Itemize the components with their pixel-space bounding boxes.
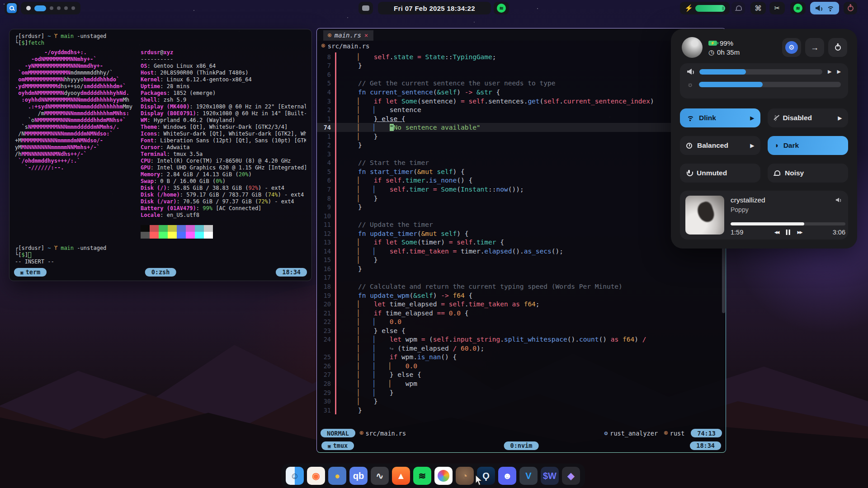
gentoo-ascii-logo: -/oyddmdhs+:. -odNMMMMMMMMNNmhy+-` -yNMM… bbox=[15, 49, 141, 219]
dock-app-vlc[interactable]: ▲ bbox=[392, 467, 410, 485]
dock-app-streetwriter[interactable]: $W bbox=[541, 467, 559, 485]
chevron-right-icon[interactable]: ▶ bbox=[750, 143, 754, 149]
code-line: 16 } bbox=[317, 264, 726, 273]
shell-prompt: ┌[srdusr] ~ ϒ main -unstaged bbox=[15, 33, 306, 40]
line-number: 5 bbox=[317, 80, 335, 87]
workspace-empty[interactable] bbox=[57, 6, 61, 10]
battery-indicator[interactable]: ⚡ bbox=[680, 2, 730, 14]
line-number: 6 bbox=[317, 177, 335, 184]
topbar: Fri 07 Feb 2025 18:34:22 ≋ ⚡ ⌘ ✂ ≋ bbox=[0, 0, 868, 16]
code-line: 20 ▏ let time_elapsed = self.time_taken … bbox=[317, 300, 726, 309]
shutdown-button[interactable] bbox=[828, 38, 847, 57]
tmux-session-pill[interactable]: ▣term bbox=[14, 268, 47, 277]
notification-bell-button[interactable] bbox=[731, 2, 745, 14]
next-track-button[interactable]: ▶▶ bbox=[797, 230, 802, 235]
dock-app-file-manager[interactable]: ☺ bbox=[286, 467, 304, 485]
line-number: 15 bbox=[317, 256, 335, 263]
toggle-unmuted[interactable]: Unmuted bbox=[680, 164, 760, 183]
workspace-empty[interactable] bbox=[64, 6, 68, 10]
scissors-icon: ✂ bbox=[774, 4, 780, 12]
dock-app-photos[interactable] bbox=[434, 467, 453, 485]
player-volume-icon[interactable] bbox=[836, 197, 841, 202]
line-number: 18 bbox=[317, 283, 335, 290]
mouse-cursor bbox=[475, 474, 483, 487]
tmux-statusbar: ▣term 0:zsh 18:34 bbox=[9, 266, 311, 278]
tab-title: main.rs bbox=[335, 32, 361, 39]
track-artist: Poppy bbox=[731, 206, 749, 213]
dock-app-qbittorrent[interactable]: qb bbox=[349, 467, 368, 485]
total-time: 3:06 bbox=[833, 229, 845, 236]
spotify-launcher-button[interactable]: ≋ bbox=[790, 2, 806, 14]
code-line: 4 fn current_sentence(&self) -> &str { bbox=[317, 88, 726, 97]
system-info-line: Disk (/home): 579.17 GiB / 783.77 GiB (7… bbox=[141, 192, 306, 198]
ascii-art-line: -/oyddmdhs+:. bbox=[15, 49, 141, 56]
toggle-label: Disabled bbox=[783, 114, 812, 122]
battery-status: ⚡ 99% bbox=[708, 39, 740, 47]
notifications-button[interactable] bbox=[359, 2, 373, 14]
spotify-tray-button[interactable]: ≋ bbox=[494, 2, 509, 14]
line-number: 20 bbox=[317, 300, 335, 308]
duck-icon: ● bbox=[335, 471, 340, 480]
toggle-balanced[interactable]: Balanced▶ bbox=[680, 136, 760, 155]
workspace-indicator[interactable] bbox=[21, 2, 80, 14]
dock-app-swirl-app[interactable]: ∿ bbox=[371, 467, 389, 485]
command-menu-button[interactable]: ⌘ bbox=[750, 2, 766, 14]
tab-close-icon[interactable]: × bbox=[364, 32, 368, 39]
chevron-right-icon[interactable]: ▶ bbox=[838, 115, 842, 121]
pause-button[interactable] bbox=[786, 230, 790, 235]
clock[interactable]: Fri 07 Feb 2025 18:34:22 bbox=[378, 2, 491, 14]
tmux-window-pill[interactable]: 0:zsh bbox=[145, 268, 176, 277]
workspace-empty[interactable] bbox=[50, 6, 53, 10]
dock-app-spotify[interactable]: ≋ bbox=[413, 467, 431, 485]
volume-output-chevron[interactable]: ▶ bbox=[828, 69, 831, 75]
gutter-bar bbox=[335, 70, 336, 79]
line-number: 3 bbox=[317, 150, 335, 158]
logout-button[interactable]: → bbox=[805, 38, 824, 57]
system-info-line: Swap: 0 B / 16.00 GiB (0%) bbox=[141, 178, 306, 185]
workspace-occupied[interactable] bbox=[26, 6, 31, 10]
dock-app-otter-app[interactable]: ◔ bbox=[456, 467, 474, 485]
toggle-disabled[interactable]: ᛒDisabled▶ bbox=[768, 108, 848, 127]
toggle-label: Balanced bbox=[697, 141, 728, 150]
tab-main-rs[interactable]: ® main.rs × bbox=[323, 30, 373, 41]
tmux-window-pill[interactable]: 0:nvim bbox=[504, 441, 539, 450]
dock-app-firefox[interactable]: ◉ bbox=[307, 467, 325, 485]
bell-icon bbox=[736, 5, 741, 11]
toggle-dark[interactable]: ◑Dark bbox=[768, 136, 848, 155]
screenshot-button[interactable]: ✂ bbox=[769, 2, 785, 14]
code-buffer[interactable]: 8 ▏ self.state = State::TypingGame;7 }65… bbox=[317, 51, 726, 427]
workspace-empty[interactable] bbox=[71, 6, 75, 10]
terminal-window[interactable]: ┌[srdusr] ~ ϒ main -unstaged└[$]fetch -/… bbox=[9, 29, 312, 281]
volume-slider[interactable] bbox=[699, 69, 822, 75]
volume-network-button[interactable] bbox=[810, 2, 839, 14]
dock-app-duck[interactable]: ● bbox=[328, 467, 346, 485]
seek-bar[interactable] bbox=[731, 222, 845, 225]
chevron-right-icon[interactable]: ▶ bbox=[750, 115, 754, 121]
editor-winbar: ® src/main.rs bbox=[317, 41, 726, 51]
code-line: 1 ▏ } else { bbox=[317, 114, 726, 123]
search-button[interactable] bbox=[5, 2, 19, 14]
color-swatch bbox=[177, 225, 186, 232]
previous-track-button[interactable]: ◀◀ bbox=[774, 230, 779, 235]
battery-icon: ⚡ bbox=[708, 41, 717, 46]
brightness-slider[interactable] bbox=[699, 82, 841, 87]
avatar[interactable] bbox=[682, 37, 703, 58]
workspace-active[interactable] bbox=[34, 5, 46, 11]
line-number: 3 bbox=[317, 98, 335, 105]
toggle-noisy[interactable]: Noisy bbox=[768, 164, 848, 183]
tmux-session-pill[interactable]: ▣tmux bbox=[321, 441, 354, 450]
dock-app-discord[interactable]: ☻ bbox=[498, 467, 516, 485]
bluetooth-off-icon: ᛒ bbox=[774, 114, 778, 122]
power-button[interactable] bbox=[844, 2, 857, 14]
system-info-line: Cursor: Adwaita bbox=[141, 144, 306, 151]
system-info-line: srdusr@xyz bbox=[141, 49, 306, 56]
settings-button[interactable]: ⚙ bbox=[782, 38, 801, 57]
volume-mixer-chevron[interactable]: ▶ bbox=[837, 69, 841, 75]
dock-app-obsidian[interactable]: ◆ bbox=[562, 467, 580, 485]
ascii-art-line: .ydMMMMMMMMMMdhs++so/smdddhhhhdm+` bbox=[15, 83, 141, 90]
dock-app-vscode[interactable]: V bbox=[519, 467, 538, 485]
dock: ☺◉●qb∿▲≋◔Ϙ☻V$W◆ bbox=[281, 464, 585, 488]
toggle-dlink[interactable]: Dlink▶ bbox=[680, 108, 760, 127]
rust-file-icon: ® bbox=[328, 32, 331, 39]
editor-window[interactable]: ® main.rs × ® src/main.rs 8 ▏ self.state… bbox=[316, 28, 726, 453]
